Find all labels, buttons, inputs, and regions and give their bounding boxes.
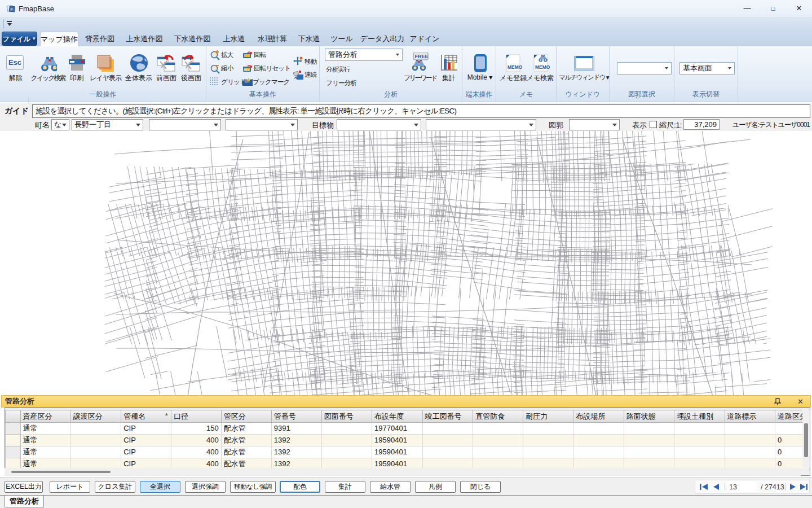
svg-text:FREE: FREE [415,54,429,59]
svg-text:RES: RES [244,68,250,72]
svg-text:13: 13 [729,483,737,491]
svg-text:/ 27413: / 27413 [761,483,784,491]
svg-text:F: F [11,7,14,12]
